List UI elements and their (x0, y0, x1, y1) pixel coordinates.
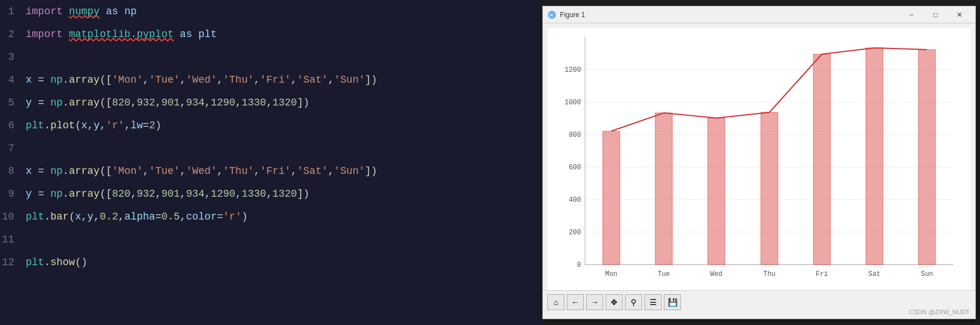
code-line-7: 7 (0, 137, 542, 160)
code-line-5: 5 y = np.array([820,932,901,934,1290,133… (0, 91, 542, 114)
line-number: 5 (0, 92, 26, 113)
line-code: x = np.array(['Mon','Tue','Wed','Thu','F… (26, 161, 542, 181)
svg-text:600: 600 (568, 164, 581, 172)
line-code (26, 47, 542, 67)
bar-sat (866, 48, 883, 265)
line-code: import matplotlib.pyplot as plt (26, 24, 542, 44)
pan-button[interactable]: ✥ (606, 294, 623, 310)
xlabel-tue: Tue (658, 270, 670, 278)
zoom-button[interactable]: ⚲ (625, 294, 642, 310)
chart-area: 0 200 400 600 800 1000 1200 (547, 28, 971, 290)
minimize-button[interactable]: − (900, 9, 923, 21)
svg-text:1200: 1200 (564, 66, 581, 74)
xlabel-thu: Thu (763, 270, 776, 278)
svg-text:200: 200 (568, 229, 581, 237)
bar-tue (655, 113, 672, 265)
svg-text:0: 0 (577, 261, 581, 269)
svg-text:1000: 1000 (564, 99, 581, 107)
line-number: 8 (0, 161, 26, 181)
line-number: 12 (0, 252, 26, 273)
line-number: 6 (0, 115, 26, 136)
svg-text:M: M (550, 13, 552, 19)
figure-toolbar: ⌂ ← → ✥ ⚲ ☰ 💾 CSDN @ZXW_NUDT (543, 290, 975, 313)
chart-svg: 0 200 400 600 800 1000 1200 (547, 28, 971, 290)
line-number: 1 (0, 1, 26, 22)
line-number: 11 (0, 229, 26, 250)
watermark: CSDN @ZXW_NUDT (909, 308, 970, 315)
back-button[interactable]: ← (567, 294, 584, 310)
xlabel-sat: Sat (868, 270, 881, 278)
code-line-4: 4 x = np.array(['Mon','Tue','Wed','Thu',… (0, 68, 542, 91)
window-controls: − □ ✕ (900, 9, 971, 21)
figure-titlebar: M Figure 1 − □ ✕ (543, 6, 975, 23)
code-line-9: 9 y = np.array([820,932,901,934,1290,133… (0, 182, 542, 205)
code-line-12: 12 plt.show() (0, 251, 542, 274)
code-line-6: 6 plt.plot(x,y,'r',lw=2) (0, 114, 542, 137)
code-line-11: 11 (0, 228, 542, 251)
bar-wed (708, 118, 725, 265)
line-number: 10 (0, 206, 26, 227)
line-number: 7 (0, 138, 26, 159)
line-number: 4 (0, 70, 26, 90)
bar-fri (813, 54, 830, 265)
figure-window: M Figure 1 − □ ✕ 0 200 400 600 800 (542, 6, 976, 319)
line-code: x = np.array(['Mon','Tue','Wed','Thu','F… (26, 70, 542, 90)
line-code: plt.show() (26, 252, 542, 273)
line-number: 2 (0, 24, 26, 44)
maximize-button[interactable]: □ (924, 9, 947, 21)
xlabel-wed: Wed (710, 270, 723, 278)
bar-thu (761, 112, 778, 265)
xlabel-fri: Fri (816, 270, 828, 278)
close-button[interactable]: ✕ (948, 9, 971, 21)
code-editor: 1 import numpy as np 2 import matplotlib… (0, 0, 542, 325)
forward-button[interactable]: → (586, 294, 603, 310)
line-code: import numpy as np (26, 1, 542, 22)
code-content: 1 import numpy as np 2 import matplotlib… (0, 0, 542, 325)
xlabel-mon: Mon (605, 270, 618, 278)
code-line-1: 1 import numpy as np (0, 0, 542, 23)
svg-text:400: 400 (568, 196, 581, 204)
bar-mon (603, 131, 620, 265)
line-code: y = np.array([820,932,901,934,1290,1330,… (26, 184, 542, 204)
save-button[interactable]: 💾 (664, 294, 681, 310)
code-line-8: 8 x = np.array(['Mon','Tue','Wed','Thu',… (0, 160, 542, 182)
line-number: 9 (0, 184, 26, 204)
bar-sun (918, 50, 935, 265)
xlabel-sun: Sun (921, 270, 933, 278)
line-code: y = np.array([820,932,901,934,1290,1330,… (26, 92, 542, 113)
code-line-2: 2 import matplotlib.pyplot as plt (0, 23, 542, 46)
code-line-10: 10 plt.bar(x,y,0.2,alpha=0.5,color='r') (0, 205, 542, 228)
figure-title: Figure 1 (560, 11, 900, 19)
figure-app-icon: M (547, 10, 556, 19)
line-code (26, 138, 542, 159)
settings-button[interactable]: ☰ (644, 294, 662, 310)
line-number: 3 (0, 47, 26, 67)
line-code: plt.plot(x,y,'r',lw=2) (26, 115, 542, 136)
line-code (26, 229, 542, 250)
line-code: plt.bar(x,y,0.2,alpha=0.5,color='r') (26, 206, 542, 227)
home-button[interactable]: ⌂ (547, 294, 564, 310)
code-line-3: 3 (0, 46, 542, 68)
svg-text:800: 800 (568, 131, 581, 139)
